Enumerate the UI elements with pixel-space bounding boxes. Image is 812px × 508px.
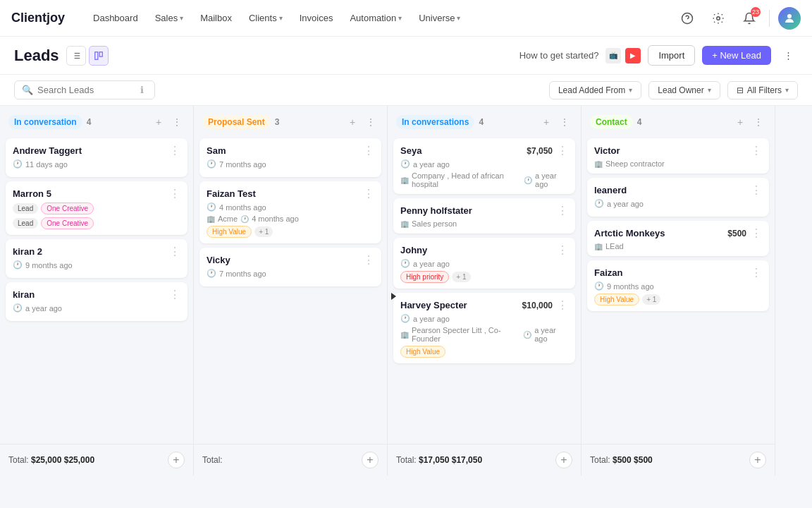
nav-universe[interactable]: Universe ▾ [412,8,467,28]
card-menu-btn[interactable]: ⋮ [363,255,374,266]
card-amount: $500 [727,229,746,238]
table-row[interactable]: Seya$7,050⋮🕐a year ago🏢Company , Head of… [393,138,575,194]
table-row[interactable]: Artctic Monkeys$500⋮🏢LEad [587,221,769,256]
company-icon: 🏢 [400,331,409,339]
col-add-btn-in-conversations-2[interactable]: + [539,114,554,130]
page-more-btn[interactable]: ⋮ [778,46,798,66]
new-lead-button[interactable]: + New Lead [702,46,771,65]
page-header: Leads How to get started? 📺 ▶ Import + N… [0,37,812,75]
card-time: a year ago [413,260,450,268]
video-icons: 📺 ▶ [605,48,641,64]
list-view-btn[interactable] [66,46,86,66]
col-footer-contact: Total: $500 $500+ [582,444,775,476]
card-time: 4 months ago [219,203,266,212]
col-footer-total: Total: $500 $500 [590,455,745,465]
card-menu-btn[interactable]: ⋮ [169,145,180,157]
notifications-icon-btn[interactable]: 23 [738,7,761,30]
card-menu-btn[interactable]: ⋮ [557,245,568,256]
import-button[interactable]: Import [648,45,695,66]
table-row[interactable]: leanerd⋮🕐a year ago [587,178,769,217]
col-add-btn-contact[interactable]: + [732,114,748,130]
card-menu-btn[interactable]: ⋮ [751,267,762,279]
clock-icon: 🕐 [207,159,216,169]
col-add-btn-in-conversation[interactable]: + [151,114,166,130]
table-row[interactable]: Harvey Specter$10,000⋮🕐a year ago🏢Pearso… [393,293,575,363]
col-more-btn-in-conversation[interactable]: ⋮ [169,114,185,130]
table-row[interactable]: Faizan Test⋮🕐4 months ago🏢Acme 🕐4 months… [199,181,381,243]
col-footer-add-btn-contact[interactable]: + [749,452,766,468]
clock-icon: 🕐 [400,159,410,169]
nav-invoices[interactable]: Invoices [293,8,340,28]
clock-icon: 🕐 [594,199,604,208]
table-row[interactable]: Johny⋮🕐a year agoHigh priority+ 1 [393,238,575,289]
filter-lead-added-from[interactable]: Lead Added From ▾ [549,81,641,99]
filter-all-filters[interactable]: ⊟ All Filters ▾ [727,81,798,99]
card-menu-btn[interactable]: ⋮ [169,289,180,301]
col-footer-add-btn-in-conversation[interactable]: + [168,452,185,468]
card-menu-btn[interactable]: ⋮ [557,300,568,311]
company-icon: 🏢 [207,215,215,223]
search-input[interactable] [37,85,136,95]
nav-clients[interactable]: Clients ▾ [242,8,290,28]
card-name: Victor [594,145,620,156]
table-row[interactable]: Victor⋮🏢Sheep contractor [587,138,769,174]
table-row[interactable]: kiran⋮🕐a year ago [6,282,187,321]
nav-sales[interactable]: Sales ▾ [148,8,191,28]
card-name: Faizan Test [207,188,256,199]
clock-icon: 🕐 [13,303,23,313]
col-add-btn-proposal-sent[interactable]: + [345,114,360,130]
topnav: Clientjoy Dashboard Sales ▾ Mailbox Clie… [0,0,812,37]
kanban-col-contact: Contact4+⋮Victor⋮🏢Sheep contractorleaner… [582,106,775,476]
card-tag: High Value [207,226,252,238]
col-footer-add-btn-in-conversations-2[interactable]: + [555,452,572,468]
filter-lead-owner[interactable]: Lead Owner ▾ [648,81,720,99]
youtube-icon[interactable]: ▶ [625,48,641,64]
col-footer-in-conversation: Total: $25,000 $25,000+ [0,444,193,476]
avatar[interactable] [778,7,801,30]
col-header-contact: Contact4+⋮ [582,106,775,135]
card-menu-btn[interactable]: ⋮ [169,188,180,200]
card-name: Sam [207,145,226,156]
card-company: Sales person [412,219,457,228]
card-menu-btn[interactable]: ⋮ [363,145,374,157]
filter-icon: ⊟ [737,85,744,95]
info-icon[interactable]: ℹ [140,85,144,95]
logo[interactable]: Clientjoy [11,11,65,25]
help-icon-btn[interactable] [676,7,699,30]
tv-icon[interactable]: 📺 [605,48,621,64]
nav-mailbox[interactable]: Mailbox [193,8,239,28]
col-more-btn-contact[interactable]: ⋮ [751,114,766,130]
card-plus-tag: + 1 [642,294,660,305]
card-tag: High priority [400,271,449,283]
card-time: 7 months ago [219,160,266,169]
card-name: leanerd [594,185,627,195]
clock-icon: 🕐 [400,259,410,268]
kanban-view-btn[interactable] [89,46,109,66]
filter-chevron-icon: ▾ [629,86,632,94]
nav-dashboard[interactable]: Dashboard [86,8,145,28]
table-row[interactable]: Marron 5⋮LeadOne CreativeLeadOne Creativ… [6,181,187,235]
all-filters-chevron-icon: ▾ [785,86,789,94]
table-row[interactable]: Vicky⋮🕐7 months ago [199,248,381,286]
card-menu-btn[interactable]: ⋮ [557,205,568,217]
table-row[interactable]: kiran 2⋮🕐9 months ago [6,239,187,278]
table-row[interactable]: Faizan⋮🕐9 months agoHigh Value+ 1 [587,260,769,311]
col-more-btn-in-conversations-2[interactable]: ⋮ [557,114,572,130]
card-menu-btn[interactable]: ⋮ [169,246,180,258]
table-row[interactable]: Andrew Taggert⋮🕐11 days ago [6,138,187,177]
table-row[interactable]: Sam⋮🕐7 months ago [199,138,381,177]
nav-automation[interactable]: Automation ▾ [343,8,409,28]
col-footer-add-btn-proposal-sent[interactable]: + [362,452,379,468]
card-menu-btn[interactable]: ⋮ [751,228,762,239]
col-footer-proposal-sent: Total:+ [194,444,387,476]
card-menu-btn[interactable]: ⋮ [363,188,374,200]
company-icon: 🏢 [594,160,603,168]
card-tag: High Value [400,346,445,358]
col-more-btn-proposal-sent[interactable]: ⋮ [363,114,379,130]
settings-icon-btn[interactable] [707,7,730,30]
table-row[interactable]: Penny holfstater⋮🏢Sales person [393,198,575,234]
card-time: a year ago [25,304,62,313]
card-menu-btn[interactable]: ⋮ [751,185,762,196]
card-menu-btn[interactable]: ⋮ [751,145,762,157]
card-menu-btn[interactable]: ⋮ [557,145,568,157]
